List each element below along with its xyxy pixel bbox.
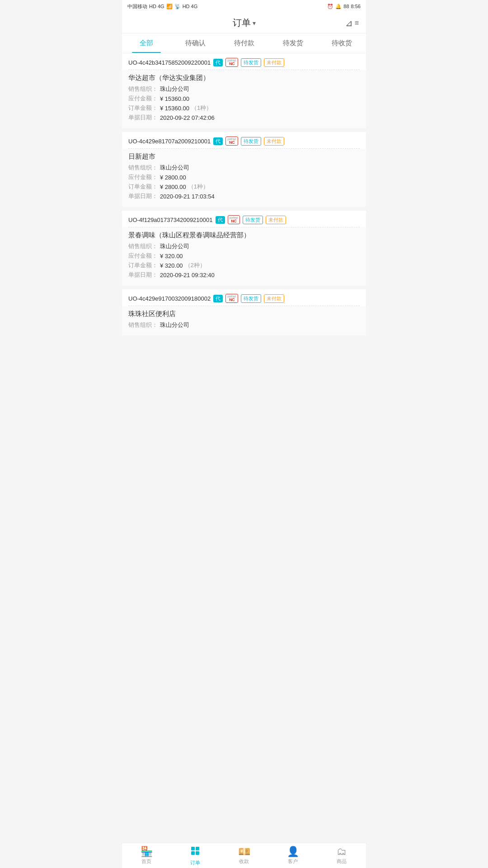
- badge-pending-ship: 待发货: [241, 137, 261, 146]
- customer-name: 景春调味（珠山区程景春调味品经营部）: [128, 231, 360, 240]
- order-amount-value: ¥ 320.00: [160, 262, 183, 269]
- status-right: ⏰ 🔔 88 8:56: [327, 4, 361, 9]
- order-card[interactable]: UO-4c42b34175852009220001 代 portnyc NC 待…: [122, 53, 366, 128]
- tab-pending-ship[interactable]: 待发货: [268, 33, 317, 53]
- order-card[interactable]: UO-4f129a01737342009210001 代 portnyc NC …: [122, 211, 366, 286]
- chevron-down-icon[interactable]: ▾: [253, 19, 256, 27]
- order-amount-note: （2种）: [185, 261, 206, 269]
- date-row: 单据日期： 2020-09-22 07:42:06: [128, 113, 360, 122]
- page-header: 订单 ▾ ⊿ ≡: [122, 13, 366, 33]
- date-value: 2020-09-22 07:42:06: [160, 114, 215, 121]
- wifi-icon: 📡: [174, 4, 181, 9]
- sales-org-label: 销售组织：: [128, 242, 160, 250]
- tab-pending-confirm-label: 待确认: [185, 39, 206, 47]
- order-header: UO-4c42b34175852009220001 代 portnyc NC 待…: [122, 53, 366, 70]
- order-amount-row: 订单金额： ¥ 15360.00 （1种）: [128, 104, 360, 112]
- sales-org-label: 销售组织：: [128, 321, 160, 329]
- date-value: 2020-09-21 17:03:54: [160, 193, 215, 200]
- date-label: 单据日期：: [128, 192, 160, 200]
- badge-dai: 代: [213, 295, 223, 302]
- badge-unpaid: 未付款: [264, 58, 284, 67]
- network-label: HD 4G: [149, 4, 164, 9]
- order-list: UO-4c42b34175852009220001 代 portnyc NC 待…: [122, 53, 366, 336]
- time-label: 8:56: [351, 4, 361, 9]
- sales-org-row: 销售组织： 珠山分公司: [128, 242, 360, 250]
- order-amount-value: ¥ 2800.00: [160, 184, 186, 190]
- order-amount-note: （1种）: [188, 183, 209, 191]
- order-header: UO-4c429e81707a2009210001 代 portnyc NC 待…: [122, 132, 366, 148]
- tab-pending-receive[interactable]: 待收货: [317, 33, 366, 53]
- tab-all-label: 全部: [140, 39, 153, 47]
- date-row: 单据日期： 2020-09-21 09:32:40: [128, 271, 360, 279]
- order-body: 华达超市（华达实业集团） 销售组织： 珠山分公司 应付金额： ¥ 15360.0…: [122, 70, 366, 128]
- order-amount-label: 订单金额：: [128, 183, 160, 191]
- badge-pending-ship: 待发货: [243, 216, 263, 224]
- amount-due-value: ¥ 320.00: [160, 253, 183, 259]
- order-card[interactable]: UO-4c429e81707a2009210001 代 portnyc NC 待…: [122, 132, 366, 207]
- badge-pending-ship: 待发货: [241, 58, 261, 67]
- filter-button[interactable]: ⊿ ≡: [345, 18, 359, 28]
- amount-due-label: 应付金额：: [128, 252, 160, 260]
- badge-nc: portnyc NC: [225, 58, 238, 67]
- date-row: 单据日期： 2020-09-21 17:03:54: [128, 192, 360, 200]
- tab-pending-pay[interactable]: 待付款: [220, 33, 268, 53]
- sales-org-row: 销售组织： 珠山分公司: [128, 321, 360, 329]
- signal-strength-icon: 📶: [166, 4, 173, 9]
- speed-label: HD 4G: [183, 4, 198, 9]
- order-amount-label: 订单金额：: [128, 104, 160, 112]
- order-body: 日新超市 销售组织： 珠山分公司 应付金额： ¥ 2800.00 订单金额： ¥…: [122, 149, 366, 207]
- amount-due-label: 应付金额：: [128, 173, 160, 181]
- mute-icon: 🔔: [335, 4, 342, 9]
- carrier-label: 中国移动: [127, 3, 147, 10]
- date-label: 单据日期：: [128, 113, 160, 122]
- status-left: 中国移动 HD 4G 📶 📡 HD 4G: [127, 3, 197, 10]
- filter-list-icon: ≡: [355, 19, 359, 27]
- badge-dai: 代: [216, 216, 225, 224]
- customer-name: 日新超市: [128, 152, 360, 161]
- date-value: 2020-09-21 09:32:40: [160, 272, 215, 278]
- sales-org-value: 珠山分公司: [160, 242, 189, 250]
- order-id: UO-4c42b34175852009220001: [128, 59, 211, 66]
- amount-due-value: ¥ 15360.00: [160, 95, 189, 102]
- badge-dai: 代: [213, 59, 223, 66]
- filter-icon: ⊿: [345, 18, 353, 28]
- order-amount-note: （1种）: [191, 104, 212, 112]
- badge-unpaid: 未付款: [264, 294, 284, 303]
- tab-all[interactable]: 全部: [122, 33, 171, 53]
- order-body: 珠珠社区便利店 销售组织： 珠山分公司: [122, 306, 366, 336]
- alarm-icon: ⏰: [327, 4, 333, 9]
- sales-org-value: 珠山分公司: [160, 164, 189, 172]
- badge-dai: 代: [213, 137, 223, 145]
- tab-pending-confirm[interactable]: 待确认: [171, 33, 220, 53]
- order-amount-label: 订单金额：: [128, 261, 160, 269]
- tab-bar: 全部 待确认 待付款 待发货 待收货: [122, 33, 366, 53]
- amount-due-row: 应付金额： ¥ 2800.00: [128, 173, 360, 181]
- sales-org-label: 销售组织：: [128, 85, 160, 93]
- customer-name: 华达超市（华达实业集团）: [128, 74, 360, 82]
- header-title: 订单 ▾: [233, 17, 256, 29]
- sales-org-value: 珠山分公司: [160, 321, 189, 329]
- order-card[interactable]: UO-4c429e9170032009180002 代 portnyc NC 待…: [122, 289, 366, 336]
- badge-unpaid: 未付款: [264, 137, 284, 146]
- tab-pending-receive-label: 待收货: [332, 39, 352, 47]
- badge-unpaid: 未付款: [266, 216, 286, 224]
- sales-org-label: 销售组织：: [128, 164, 160, 172]
- order-amount-value: ¥ 15360.00: [160, 105, 189, 112]
- order-id: UO-4f129a01737342009210001: [128, 217, 213, 223]
- badge-nc: portnyc NC: [228, 215, 240, 224]
- amount-due-label: 应付金额：: [128, 94, 160, 103]
- badge-nc: portnyc NC: [225, 294, 238, 303]
- battery-label: 88: [343, 4, 349, 9]
- tab-pending-ship-label: 待发货: [283, 39, 303, 47]
- sales-org-value: 珠山分公司: [160, 85, 189, 93]
- order-amount-row: 订单金额： ¥ 320.00 （2种）: [128, 261, 360, 269]
- badge-nc: portnyc NC: [225, 137, 238, 146]
- tab-pending-pay-label: 待付款: [234, 39, 254, 47]
- order-id: UO-4c429e81707a2009210001: [128, 138, 211, 145]
- order-header: UO-4f129a01737342009210001 代 portnyc NC …: [122, 211, 366, 227]
- badge-pending-ship: 待发货: [241, 294, 261, 303]
- status-bar: 中国移动 HD 4G 📶 📡 HD 4G ⏰ 🔔 88 8:56: [122, 0, 366, 13]
- order-amount-row: 订单金额： ¥ 2800.00 （1种）: [128, 183, 360, 191]
- amount-due-row: 应付金额： ¥ 15360.00: [128, 94, 360, 103]
- sales-org-row: 销售组织： 珠山分公司: [128, 164, 360, 172]
